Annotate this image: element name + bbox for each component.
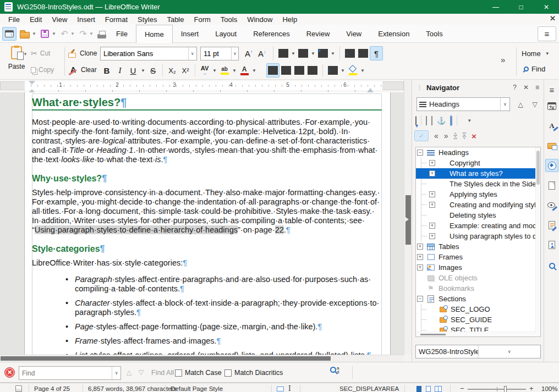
expand-toggle[interactable] xyxy=(429,202,435,208)
sidebar-settings-button[interactable]: ≡ xyxy=(545,83,558,96)
sidebar-tab-properties[interactable] xyxy=(545,100,558,113)
highlight-color-button[interactable]: ab xyxy=(218,63,231,78)
expand-toggle[interactable] xyxy=(417,254,423,260)
zoom-in-button[interactable]: + xyxy=(529,384,534,392)
expand-toggle[interactable] xyxy=(417,296,423,302)
line-spacing-dropdown[interactable]: ▼ xyxy=(339,68,346,73)
selection-mode-icon[interactable] xyxy=(277,387,284,391)
menu-item[interactable]: View xyxy=(47,15,72,24)
font-size-dropdown[interactable]: ∨ xyxy=(231,47,238,60)
demote-chapter-button[interactable]: ▽▽ xyxy=(463,132,466,139)
paragraph-background-button[interactable] xyxy=(346,63,359,78)
menu-item[interactable]: File xyxy=(3,15,25,24)
bullet-list-dropdown[interactable]: ▼ xyxy=(290,51,297,56)
justify-button[interactable] xyxy=(306,63,319,78)
underline-dropdown[interactable]: ▼ xyxy=(140,68,146,73)
decrease-indent-button[interactable] xyxy=(357,46,370,60)
print-button[interactable] xyxy=(95,27,109,41)
close-document-icon[interactable]: ✕ xyxy=(550,14,556,23)
next-heading-button[interactable]: ▽ xyxy=(529,98,541,111)
sidebar-tab-gallery[interactable] xyxy=(545,139,558,152)
open-button[interactable] xyxy=(18,27,32,41)
promote-level-button[interactable]: « xyxy=(434,132,439,140)
font-name-input[interactable] xyxy=(101,49,188,58)
horizontal-ruler[interactable]: L 123456 xyxy=(0,80,404,92)
tree-vertical-scrollbar[interactable] xyxy=(535,147,540,336)
right-indent-marker[interactable] xyxy=(367,85,374,92)
font-name-dropdown[interactable]: ∨ xyxy=(188,47,196,60)
find-history-dropdown[interactable]: ∨ xyxy=(112,367,120,379)
menu-item[interactable]: Styles xyxy=(133,15,162,24)
font-name-combo[interactable]: ∨ xyxy=(100,47,197,60)
expand-toggle[interactable] xyxy=(417,244,423,250)
italic-button[interactable]: I xyxy=(113,63,127,78)
single-page-view-icon[interactable] xyxy=(416,386,421,392)
tree-row[interactable]: SEC_GUIDE xyxy=(416,314,540,325)
menu-item[interactable]: Window xyxy=(242,15,277,24)
tree-row[interactable]: Using paragraph styles to define a hiera… xyxy=(416,231,540,241)
tree-row[interactable]: Tables xyxy=(416,241,540,252)
character-spacing-button[interactable]: AV↔ xyxy=(198,63,211,78)
notebookbar-tab[interactable]: Home xyxy=(136,25,173,43)
paste-button[interactable]: ▼ Paste xyxy=(3,45,30,77)
previous-heading-button[interactable]: △ xyxy=(514,98,527,111)
numbered-list-dropdown[interactable]: ▼ xyxy=(310,51,316,56)
match-case-checkbox[interactable]: Match Case xyxy=(175,369,222,377)
panel-drag-handle[interactable]: ⋮ xyxy=(416,84,422,91)
notebookbar-tab[interactable]: View xyxy=(338,25,370,43)
promote-chapter-button[interactable]: △△ xyxy=(454,132,457,139)
toggle-master-view-button[interactable] xyxy=(415,117,416,125)
notebookbar-menu-button[interactable]: ≡ xyxy=(538,26,556,41)
outline-list-button[interactable] xyxy=(316,46,330,60)
match-diacritics-checkbox[interactable]: Match Diacritics xyxy=(224,369,283,377)
document-vertical-scrollbar[interactable] xyxy=(404,80,412,355)
document-horizontal-scrollbar[interactable] xyxy=(0,355,404,362)
find-all-button[interactable]: Find All xyxy=(151,369,174,377)
strikethrough-button[interactable]: S xyxy=(146,63,160,78)
header-button[interactable] xyxy=(426,117,427,125)
align-center-button[interactable] xyxy=(280,63,293,78)
heading-levels-dropdown[interactable]: ▼ xyxy=(466,118,473,123)
shrink-font-button[interactable]: A↓ xyxy=(255,46,268,60)
tree-row[interactable]: Bookmarks xyxy=(416,283,540,294)
expand-toggle[interactable] xyxy=(417,150,423,156)
redo-dropdown[interactable]: ▼ xyxy=(88,27,95,41)
menu-item[interactable]: Table xyxy=(162,15,189,24)
align-right-button[interactable] xyxy=(293,63,306,78)
navigator-menu-button[interactable]: ≡ xyxy=(535,84,539,91)
tree-row[interactable]: The Styles deck in the Sidebar xyxy=(416,179,540,189)
notebookbar-tab[interactable]: Tools xyxy=(418,25,451,43)
increase-indent-button[interactable] xyxy=(343,46,357,60)
font-size-combo[interactable]: ∨ xyxy=(200,47,239,60)
navigate-by-combo[interactable]: Headings∨ xyxy=(416,97,510,111)
navigator-help-button[interactable]: ? xyxy=(513,84,517,91)
document-text[interactable]: What·​are·​styles?¶ Most·​people·​are·​u… xyxy=(32,96,382,355)
superscript-button[interactable]: X² xyxy=(179,63,192,78)
menu-item[interactable]: Insert xyxy=(72,15,100,24)
tree-row[interactable]: OLE objects xyxy=(416,273,540,283)
tree-row[interactable]: Copyright xyxy=(416,158,540,168)
zoom-level-field[interactable]: 100% xyxy=(541,385,557,392)
document-page[interactable]: What·​are·​styles?¶ Most·​people·​are·​u… xyxy=(24,92,391,355)
open-dropdown[interactable]: ▼ xyxy=(31,27,37,41)
bullet-list-button[interactable] xyxy=(277,46,290,60)
paragraph-background-dropdown[interactable]: ▼ xyxy=(359,68,366,73)
sidebar-tab-styles[interactable]: A xyxy=(545,119,558,132)
expand-toggle[interactable] xyxy=(429,160,435,166)
maximize-button[interactable]: □ xyxy=(508,0,534,14)
save-dropdown[interactable]: ▼ xyxy=(51,27,57,41)
find-and-replace-button[interactable]: ad xyxy=(330,367,339,374)
outline-list-dropdown[interactable]: ▼ xyxy=(330,51,336,56)
tree-row[interactable]: Headings xyxy=(416,147,540,158)
insert-mode-icon[interactable]: I xyxy=(288,385,291,392)
menu-item[interactable]: Format xyxy=(100,15,133,24)
cut-button[interactable]: ✂Cut xyxy=(31,46,54,60)
navigate-by-dropdown[interactable]: ∨ xyxy=(500,98,509,111)
tree-row[interactable]: SEC_LOGO xyxy=(416,304,540,314)
sidebar-tab-manage-changes[interactable] xyxy=(545,218,558,231)
save-status-icon[interactable] xyxy=(15,385,22,392)
active-document-dropdown[interactable]: ∨ xyxy=(478,345,541,358)
line-spacing-button[interactable] xyxy=(326,63,339,78)
tree-row[interactable]: Applying styles xyxy=(416,189,540,200)
align-left-button[interactable] xyxy=(266,63,280,78)
